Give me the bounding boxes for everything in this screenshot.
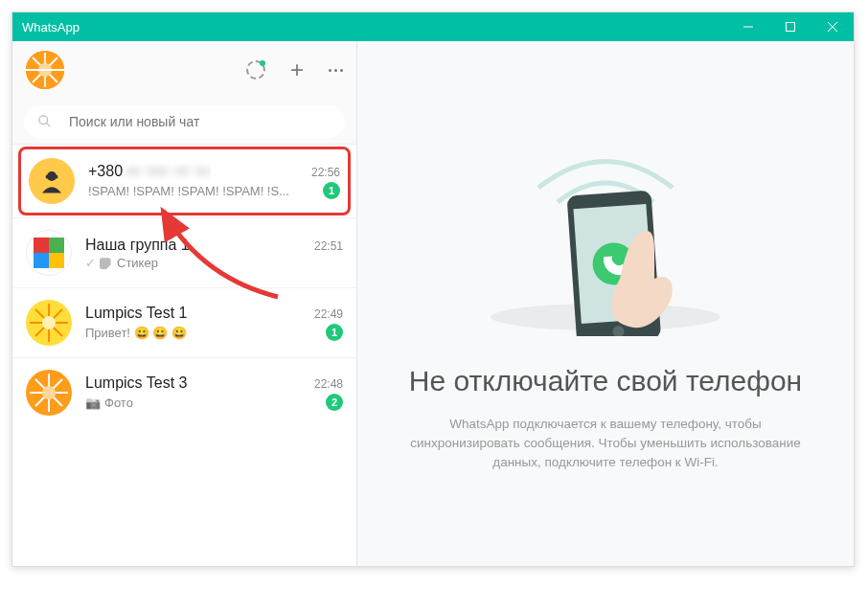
app-body: + +380 xyxy=(12,41,854,566)
main-panel: Не отключайте свой телефон WhatsApp подк… xyxy=(357,41,854,566)
chat-name: Наша группа 1 xyxy=(85,237,190,254)
window-controls xyxy=(727,12,854,41)
chat-time: 22:49 xyxy=(314,307,343,321)
chat-info: Наша группа 1 22:51 ✓ Стикер xyxy=(85,237,343,270)
maximize-button[interactable] xyxy=(769,12,811,41)
chat-time: 22:56 xyxy=(311,166,340,179)
intro-body: WhatsApp подключается к вашему телефону,… xyxy=(396,415,815,473)
check-icon: ✓ xyxy=(85,256,96,270)
intro-illustration xyxy=(476,135,735,336)
chat-avatar xyxy=(26,370,72,416)
sticker-icon xyxy=(100,256,113,269)
chat-preview: !SPAM! !SPAM! !SPAM! !SPAM! !S... xyxy=(88,184,289,198)
search-icon xyxy=(37,114,52,128)
chat-time: 22:48 xyxy=(314,377,343,391)
chat-name: +380 •• ••• •• •• xyxy=(88,163,211,180)
titlebar: WhatsApp xyxy=(12,12,854,41)
unread-badge: 1 xyxy=(326,324,343,341)
searchbar xyxy=(12,99,356,145)
new-chat-button[interactable]: + xyxy=(290,58,304,81)
svg-rect-16 xyxy=(34,253,49,268)
unread-badge: 1 xyxy=(323,182,340,199)
sidebar-actions: + xyxy=(246,58,343,81)
chat-preview: 📷 Фото xyxy=(85,396,133,410)
chat-avatar xyxy=(29,158,75,204)
svg-rect-13 xyxy=(46,175,58,179)
window-title: WhatsApp xyxy=(22,20,80,34)
svg-point-29 xyxy=(42,386,56,399)
chat-preview: ✓ Стикер xyxy=(85,256,158,270)
camera-icon: 📷 xyxy=(85,396,101,410)
svg-point-10 xyxy=(39,116,48,125)
minimize-button[interactable] xyxy=(727,12,769,41)
chat-item[interactable]: Lumpics Test 1 22:49 Привет! 😀 😀 😀 1 xyxy=(12,287,356,357)
unread-badge: 2 xyxy=(326,394,343,411)
chat-item[interactable]: Lumpics Test 3 22:48 📷 Фото 2 xyxy=(12,357,356,427)
searchbox[interactable] xyxy=(24,105,345,138)
chat-info: +380 •• ••• •• •• 22:56 !SPAM! !SPAM! !S… xyxy=(88,163,340,199)
chat-list: +380 •• ••• •• •• 22:56 !SPAM! !SPAM! !S… xyxy=(12,145,356,566)
svg-rect-14 xyxy=(34,238,49,253)
svg-rect-17 xyxy=(49,253,64,268)
chat-item[interactable]: +380 •• ••• •• •• 22:56 !SPAM! !SPAM! !S… xyxy=(18,147,351,215)
svg-point-9 xyxy=(38,63,52,77)
svg-point-23 xyxy=(42,316,56,329)
svg-rect-15 xyxy=(49,238,64,253)
menu-button[interactable] xyxy=(329,69,343,72)
status-icon[interactable] xyxy=(246,60,265,79)
chat-name: Lumpics Test 1 xyxy=(85,305,187,322)
chat-info: Lumpics Test 3 22:48 📷 Фото 2 xyxy=(85,374,343,411)
self-avatar[interactable] xyxy=(26,51,64,89)
chat-preview: Привет! 😀 😀 😀 xyxy=(85,326,187,340)
svg-line-11 xyxy=(46,123,50,126)
svg-rect-1 xyxy=(787,23,795,32)
chat-info: Lumpics Test 1 22:49 Привет! 😀 😀 😀 1 xyxy=(85,305,343,341)
sidebar: + +380 xyxy=(12,41,357,566)
chat-avatar xyxy=(26,230,72,276)
chat-avatar xyxy=(26,300,72,346)
chat-name: Lumpics Test 3 xyxy=(85,374,187,392)
intro-heading: Не отключайте свой телефон xyxy=(409,365,802,397)
app-window: WhatsApp xyxy=(11,11,855,567)
search-input[interactable] xyxy=(69,114,331,129)
close-button[interactable] xyxy=(811,12,854,41)
sidebar-header: + xyxy=(12,41,356,99)
chat-time: 22:51 xyxy=(314,239,343,253)
chat-item[interactable]: Наша группа 1 22:51 ✓ Стикер xyxy=(12,217,356,287)
